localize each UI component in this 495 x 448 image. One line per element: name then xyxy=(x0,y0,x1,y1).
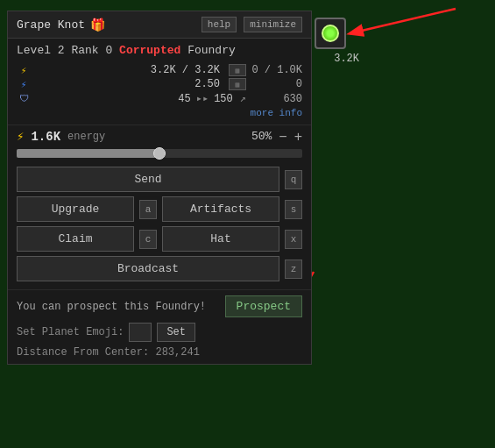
stat-val-3b: 150 xyxy=(214,93,233,105)
distance-value: 283,241 xyxy=(155,346,199,359)
energy-percent: 50% xyxy=(251,130,272,143)
title-right: help minimize xyxy=(202,17,302,32)
energy-value: 1.6K xyxy=(31,130,60,144)
prospect-text: You can prospect this Foundry! xyxy=(17,301,206,313)
arrow-icon-1: ▸▸ xyxy=(196,92,209,105)
prospect-row: You can prospect this Foundry! Prospect xyxy=(17,295,302,317)
emoji-label: Set Planet Emoji: xyxy=(17,326,124,338)
claim-hat-row: Claim c Hat x xyxy=(17,226,302,252)
bolt-icon-2: ⚡ xyxy=(17,79,31,90)
broadcast-row: Broadcast z xyxy=(17,256,302,281)
energy-slider[interactable] xyxy=(17,149,302,158)
player-icon xyxy=(315,18,346,49)
emoji-input-box[interactable] xyxy=(129,323,152,342)
hat-button[interactable]: Hat xyxy=(162,226,279,252)
rank-label: Rank xyxy=(71,44,98,57)
level-num: 2 xyxy=(58,44,65,57)
send-key-hint: q xyxy=(285,170,302,189)
stat-values-3: 45 ▸▸ 150 ↗ 630 xyxy=(34,92,302,105)
level-label: Level xyxy=(17,44,51,57)
stat-right-3: 630 xyxy=(250,93,302,105)
more-info-link[interactable]: more info xyxy=(17,107,302,121)
player-dot xyxy=(322,25,339,42)
info-section: You can prospect this Foundry! Prospect … xyxy=(8,289,311,364)
emoji-row: Set Planet Emoji: Set xyxy=(17,323,302,342)
stat-right-1: 0 / 1.0K xyxy=(250,64,302,76)
shield-icon: 🛡 xyxy=(17,93,31,104)
claim-key-hint: c xyxy=(139,230,157,249)
stat-val-1: 3.2K / 3.2K xyxy=(151,64,220,76)
stat-row-1: ⚡ 3.2K / 3.2K ▦ 0 / 1.0K xyxy=(17,64,302,76)
slider-thumb xyxy=(153,147,166,160)
stat-row-2: ⚡ 2.50 ▦ 0 xyxy=(17,78,302,90)
distance-row: Distance From Center: 283,241 xyxy=(17,346,302,359)
energy-icon: ⚡ xyxy=(17,129,24,144)
buttons-section: Send q Upgrade a Artifacts s Claim c Hat… xyxy=(8,163,311,289)
prospect-button[interactable]: Prospect xyxy=(225,295,302,317)
stat-values-2: 2.50 ▦ 0 xyxy=(34,78,302,90)
gift-icon: 🎁 xyxy=(90,18,105,32)
stat-row-3: 🛡 45 ▸▸ 150 ↗ 630 xyxy=(17,92,302,105)
hat-key-hint: x xyxy=(285,230,302,249)
energy-label: energy xyxy=(67,131,105,143)
stat-val-3a: 45 xyxy=(178,93,190,105)
artifacts-button[interactable]: Artifacts xyxy=(162,196,279,222)
upgrade-artifacts-row: Upgrade a Artifacts s xyxy=(17,196,302,222)
bolt-icon-1: ⚡ xyxy=(17,65,31,76)
artifacts-key-hint: s xyxy=(285,200,302,219)
send-row: Send q xyxy=(17,167,302,192)
panel-title: Grape Knot xyxy=(17,18,85,32)
stat-right-2: 0 xyxy=(250,78,302,90)
stat-values-1: 3.2K / 3.2K ▦ 0 / 1.0K xyxy=(34,64,302,76)
broadcast-key-hint: z xyxy=(285,260,302,279)
rank-num: 0 xyxy=(105,44,112,57)
send-button[interactable]: Send xyxy=(17,167,279,192)
player-label: 3.2K xyxy=(334,53,359,65)
energy-minus-button[interactable]: − xyxy=(279,130,286,144)
slider-fill xyxy=(17,149,159,158)
energy-plus-button[interactable]: + xyxy=(294,130,302,144)
stats-section: ⚡ 3.2K / 3.2K ▦ 0 / 1.0K ⚡ 2.50 ▦ 0 🛡 45… xyxy=(8,62,311,124)
broadcast-button[interactable]: Broadcast xyxy=(17,256,279,281)
energy-section: ⚡ 1.6K energy 50% − + xyxy=(8,124,311,163)
help-button[interactable]: help xyxy=(202,17,237,32)
level-row: Level 2 Rank 0 Corrupted Foundry xyxy=(8,39,311,62)
qualifier-label: Corrupted xyxy=(119,44,180,57)
minimize-button[interactable]: minimize xyxy=(244,17,302,32)
upgrade-button[interactable]: Upgrade xyxy=(17,196,134,222)
energy-row: ⚡ 1.6K energy 50% − + xyxy=(17,129,302,144)
grid-icon-1: ▦ xyxy=(229,64,246,76)
arrow-icon-2: ↗ xyxy=(240,92,246,105)
claim-button[interactable]: Claim xyxy=(17,226,134,252)
set-button[interactable]: Set xyxy=(157,323,195,342)
upgrade-key-hint: a xyxy=(139,200,157,219)
title-bar: Grape Knot 🎁 help minimize xyxy=(8,11,311,39)
stat-val-2: 2.50 xyxy=(194,78,220,90)
main-panel: Grape Knot 🎁 help minimize Level 2 Rank … xyxy=(7,11,312,365)
grid-icon-2: ▦ xyxy=(229,78,246,90)
title-left: Grape Knot 🎁 xyxy=(17,18,105,32)
type-label: Foundry xyxy=(187,44,236,57)
distance-label: Distance From Center: xyxy=(17,346,149,359)
